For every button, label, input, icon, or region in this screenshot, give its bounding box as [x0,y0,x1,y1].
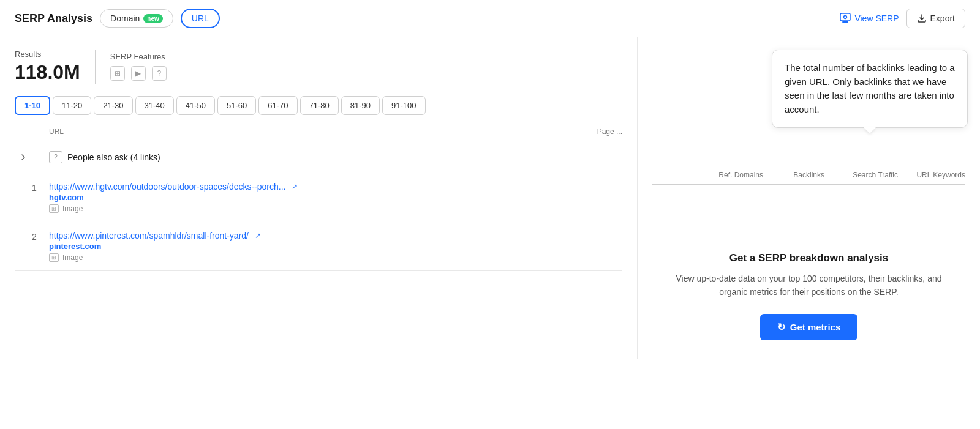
page-tab-81-90[interactable]: 81-90 [341,96,380,115]
view-serp-button[interactable]: View SERP [840,13,899,24]
svg-rect-1 [842,21,848,23]
row-2-number: 2 [32,231,49,242]
page-tab-41-50[interactable]: 41-50 [176,96,215,115]
stats-row: Results 118.0M SERP Features ⊞ ▶ ? [15,50,622,84]
refresh-icon: ↻ [777,321,785,333]
page-tab-61-70[interactable]: 61-70 [258,96,297,115]
row-1-url-link[interactable]: https://www.hgtv.com/outdoors/outdoor-sp… [49,182,549,192]
promo-title: Get a SERP breakdown analysis [665,252,953,264]
result-row-2-left: 2 https://www.pinterest.com/spamhldr/sma… [15,222,622,270]
video-feature-icon: ▶ [131,66,146,81]
export-button[interactable]: Export [907,9,965,28]
qa-feature-icon: ? [152,66,167,81]
paa-left: ? People also ask (4 links) [15,144,622,171]
tab-url[interactable]: URL [181,9,220,28]
table-header-left: URL Page ... [15,127,622,141]
col-header-url: URL [49,127,549,136]
col-header-url-keywords: URL Keywords [898,171,965,179]
row-1-content: https://www.hgtv.com/outdoors/outdoor-sp… [49,182,549,213]
row-1-number: 1 [32,182,49,193]
results-value: 118.0M [15,61,80,84]
right-col-headers: Ref. Domains Backlinks Search Traffic UR… [652,171,965,185]
col-header-search-traffic: Search Traffic [824,171,898,179]
row-2-feature: ⊞ Image [49,253,549,262]
page-tab-71-80[interactable]: 71-80 [300,96,339,115]
content-area: Results 118.0M SERP Features ⊞ ▶ ? 1-10 … [0,37,980,359]
page-tab-11-20[interactable]: 11-20 [53,96,91,115]
view-serp-icon [840,13,851,24]
page-tab-91-100[interactable]: 91-100 [382,96,425,115]
image-icon-1: ⊞ [49,204,59,213]
export-icon [917,13,927,23]
external-link-icon-2: ↗ [255,231,261,240]
tooltip-text: The total number of backlinks leading to… [785,62,955,114]
paa-feature-icon: ? [49,151,62,163]
serp-features-block: SERP Features ⊞ ▶ ? [110,50,167,81]
result-row-1-left: 1 https://www.hgtv.com/outdoors/outdoor-… [15,173,622,222]
page-tab-51-60[interactable]: 51-60 [217,96,256,115]
row-1-feature: ⊞ Image [49,204,549,213]
row-2-domain: pinterest.com [49,242,549,251]
table-row: 2 https://www.pinterest.com/spamhldr/sma… [15,222,622,271]
tab-domain[interactable]: Domain new [100,9,173,28]
pagination-tabs: 1-10 11-20 21-30 31-40 41-50 51-60 61-70… [15,96,622,115]
get-metrics-button[interactable]: ↻ Get metrics [760,314,858,340]
svg-point-2 [844,16,847,19]
right-column: The total number of backlinks leading to… [637,37,980,359]
header-left: SERP Analysis Domain new URL [15,9,220,28]
app-header: SERP Analysis Domain new URL View SERP [0,0,980,37]
col-header-page: Page ... [549,127,622,136]
external-link-icon-1: ↗ [292,182,298,191]
serp-features-label: SERP Features [110,52,167,61]
promo-description: View up-to-date data on your top 100 com… [665,272,953,299]
results-stat: Results 118.0M [15,50,96,84]
page-tab-21-30[interactable]: 21-30 [94,96,132,115]
results-label: Results [15,50,80,59]
row-2-content: https://www.pinterest.com/spamhldr/small… [49,231,549,262]
svg-rect-0 [840,13,850,21]
paa-row: ? People also ask (4 links) [15,141,622,173]
serp-promo: Get a SERP breakdown analysis View up-to… [652,234,965,359]
app-title: SERP Analysis [15,12,92,25]
col-header-backlinks: Backlinks [763,171,824,179]
new-badge: new [143,14,162,23]
header-right: View SERP Export [840,9,965,28]
image-icon-2: ⊞ [49,253,59,262]
page-tab-31-40[interactable]: 31-40 [135,96,174,115]
row-2-url-link[interactable]: https://www.pinterest.com/spamhldr/small… [49,231,549,241]
paa-label: People also ask (4 links) [67,152,160,162]
serp-icons: ⊞ ▶ ? [110,66,167,81]
left-column: Results 118.0M SERP Features ⊞ ▶ ? 1-10 … [0,37,637,359]
chevron-right-icon [20,154,27,161]
table-row: 1 https://www.hgtv.com/outdoors/outdoor-… [15,173,622,222]
col-header-ref-domains: Ref. Domains [696,171,763,179]
image-feature-icon: ⊞ [110,66,125,81]
paa-expand[interactable] [15,154,32,161]
row-1-domain: hgtv.com [49,193,549,202]
tooltip-box: The total number of backlinks leading to… [772,50,968,128]
page-tab-1-10[interactable]: 1-10 [15,96,50,115]
